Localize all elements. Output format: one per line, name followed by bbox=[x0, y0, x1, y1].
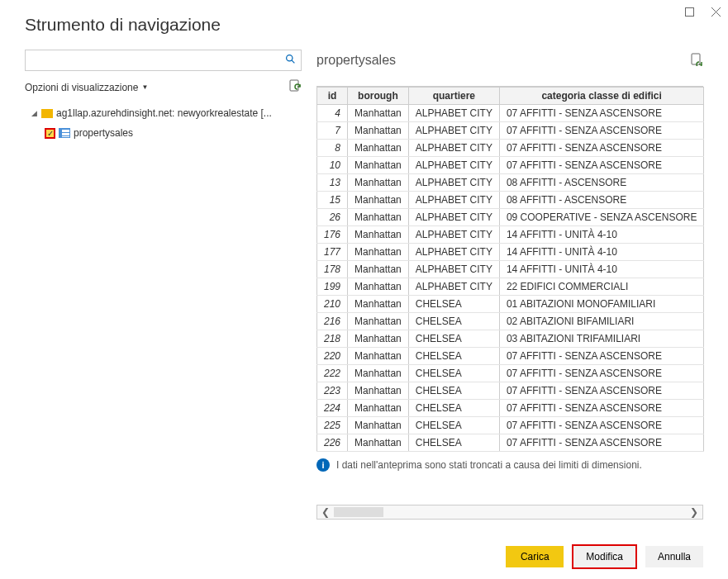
table-row[interactable]: 210ManhattanCHELSEA01 ABITAZIONI MONOFAM… bbox=[317, 296, 704, 313]
svg-line-2 bbox=[292, 60, 294, 63]
search-icon[interactable] bbox=[280, 54, 301, 67]
table-cell: 14 AFFITTI - UNITÀ 4-10 bbox=[499, 244, 704, 261]
table-row[interactable]: 220ManhattanCHELSEA07 AFFITTI - SENZA AS… bbox=[317, 348, 704, 365]
table-cell: Manhattan bbox=[348, 140, 409, 157]
table-cell: Manhattan bbox=[348, 244, 409, 261]
scrollbar-thumb[interactable] bbox=[334, 507, 383, 517]
table-cell: CHELSEA bbox=[408, 417, 499, 434]
display-options-link[interactable]: Opzioni di visualizzazione ▼ bbox=[25, 82, 148, 93]
tree-root-item[interactable]: ◢ ag1llap.azurehdinsight.net: newyorkrea… bbox=[25, 103, 302, 123]
scroll-left-icon[interactable]: ❮ bbox=[317, 506, 334, 518]
table-row[interactable]: 178ManhattanALPHABET CITY14 AFFITTI - UN… bbox=[317, 261, 704, 278]
table-cell: Manhattan bbox=[348, 192, 409, 209]
load-button[interactable]: Carica bbox=[506, 546, 564, 567]
svg-rect-4 bbox=[692, 54, 700, 64]
svg-point-1 bbox=[287, 55, 293, 61]
table-cell: Manhattan bbox=[348, 278, 409, 296]
column-header[interactable]: categoria classe di edifici bbox=[499, 88, 704, 105]
table-row[interactable]: 222ManhattanCHELSEA07 AFFITTI - SENZA AS… bbox=[317, 365, 704, 382]
table-cell: 14 AFFITTI - UNITÀ 4-10 bbox=[499, 261, 704, 278]
table-row[interactable]: 15ManhattanALPHABET CITY08 AFFITTI - ASC… bbox=[317, 192, 704, 209]
table-row[interactable]: 4ManhattanALPHABET CITY07 AFFITTI - SENZ… bbox=[317, 105, 704, 122]
table-cell: ALPHABET CITY bbox=[408, 140, 499, 157]
table-row[interactable]: 7ManhattanALPHABET CITY07 AFFITTI - SENZ… bbox=[317, 122, 704, 140]
table-cell: Manhattan bbox=[348, 348, 409, 365]
table-cell: CHELSEA bbox=[408, 348, 499, 365]
edit-button[interactable]: Modifica bbox=[573, 546, 635, 567]
table-cell: 26 bbox=[317, 209, 348, 226]
truncate-message: I dati nell'anteprima sono stati troncat… bbox=[336, 459, 642, 471]
table-cell: CHELSEA bbox=[408, 400, 499, 417]
table-cell: ALPHABET CITY bbox=[408, 261, 499, 278]
table-cell: 199 bbox=[317, 278, 348, 296]
preview-options-icon[interactable] bbox=[690, 53, 703, 69]
table-cell: 07 AFFITTI - SENZA ASCENSORE bbox=[499, 348, 704, 365]
table-cell: 8 bbox=[317, 140, 348, 157]
caret-down-icon: ◢ bbox=[30, 109, 38, 117]
cancel-button[interactable]: Annulla bbox=[645, 546, 703, 567]
table-cell: CHELSEA bbox=[408, 382, 499, 400]
table-cell: Manhattan bbox=[348, 261, 409, 278]
table-row[interactable]: 176ManhattanALPHABET CITY14 AFFITTI - UN… bbox=[317, 226, 704, 244]
refresh-icon[interactable] bbox=[288, 79, 302, 95]
search-input[interactable] bbox=[26, 55, 280, 66]
table-cell: 07 AFFITTI - SENZA ASCENSORE bbox=[499, 105, 704, 122]
table-cell: Manhattan bbox=[348, 296, 409, 313]
table-cell: 13 bbox=[317, 174, 348, 192]
table-cell: CHELSEA bbox=[408, 313, 499, 330]
table-cell: 02 ABITAZIONI BIFAMILIARI bbox=[499, 313, 704, 330]
table-cell: 15 bbox=[317, 192, 348, 209]
column-header[interactable]: borough bbox=[348, 88, 409, 105]
table-cell: Manhattan bbox=[348, 434, 409, 452]
table-cell: 08 AFFITTI - ASCENSORE bbox=[499, 192, 704, 209]
table-cell: 03 ABITAZIONI TRIFAMILIARI bbox=[499, 330, 704, 348]
table-row[interactable]: 177ManhattanALPHABET CITY14 AFFITTI - UN… bbox=[317, 244, 704, 261]
table-cell: 07 AFFITTI - SENZA ASCENSORE bbox=[499, 365, 704, 382]
table-cell: 218 bbox=[317, 330, 348, 348]
table-row[interactable]: 199ManhattanALPHABET CITY22 EDIFICI COMM… bbox=[317, 278, 704, 296]
table-row[interactable]: 216ManhattanCHELSEA02 ABITAZIONI BIFAMIL… bbox=[317, 313, 704, 330]
table-cell: Manhattan bbox=[348, 417, 409, 434]
table-cell: ALPHABET CITY bbox=[408, 105, 499, 122]
table-row[interactable]: 226ManhattanCHELSEA07 AFFITTI - SENZA AS… bbox=[317, 434, 704, 452]
checkbox-checked-icon[interactable]: ✓ bbox=[45, 128, 55, 139]
table-cell: 177 bbox=[317, 244, 348, 261]
maximize-button[interactable] bbox=[683, 6, 695, 17]
preview-title: propertysales bbox=[316, 53, 396, 68]
close-button[interactable] bbox=[710, 6, 721, 17]
table-cell: Manhattan bbox=[348, 365, 409, 382]
table-cell: ALPHABET CITY bbox=[408, 244, 499, 261]
table-row[interactable]: 13ManhattanALPHABET CITY08 AFFITTI - ASC… bbox=[317, 174, 704, 192]
table-row[interactable]: 10ManhattanALPHABET CITY07 AFFITTI - SEN… bbox=[317, 157, 704, 174]
scroll-right-icon[interactable]: ❯ bbox=[686, 506, 702, 518]
column-header[interactable]: quartiere bbox=[408, 88, 499, 105]
table-row[interactable]: 225ManhattanCHELSEA07 AFFITTI - SENZA AS… bbox=[317, 417, 704, 434]
table-cell: ALPHABET CITY bbox=[408, 157, 499, 174]
table-cell: ALPHABET CITY bbox=[408, 174, 499, 192]
table-cell: ALPHABET CITY bbox=[408, 209, 499, 226]
search-box[interactable] bbox=[25, 50, 302, 71]
table-cell: Manhattan bbox=[348, 400, 409, 417]
table-cell: 210 bbox=[317, 296, 348, 313]
table-row[interactable]: 218ManhattanCHELSEA03 ABITAZIONI TRIFAMI… bbox=[317, 330, 704, 348]
table-cell: Manhattan bbox=[348, 313, 409, 330]
table-cell: 07 AFFITTI - SENZA ASCENSORE bbox=[499, 400, 704, 417]
table-cell: 220 bbox=[317, 348, 348, 365]
table-row[interactable]: 224ManhattanCHELSEA07 AFFITTI - SENZA AS… bbox=[317, 400, 704, 417]
column-header[interactable]: id bbox=[317, 88, 348, 105]
info-icon: i bbox=[316, 458, 330, 472]
table-row[interactable]: 26ManhattanALPHABET CITY09 COOPERATIVE -… bbox=[317, 209, 704, 226]
table-cell: Manhattan bbox=[348, 122, 409, 140]
table-row[interactable]: 8ManhattanALPHABET CITY07 AFFITTI - SENZ… bbox=[317, 140, 704, 157]
table-cell: Manhattan bbox=[348, 330, 409, 348]
tree-item-label: propertysales bbox=[74, 127, 133, 139]
preview-panel: propertysales idboroughquartierecategori… bbox=[316, 50, 703, 534]
table-icon bbox=[59, 128, 70, 138]
display-options-label: Opzioni di visualizzazione bbox=[25, 82, 138, 93]
table-row[interactable]: 223ManhattanCHELSEA07 AFFITTI - SENZA AS… bbox=[317, 382, 704, 400]
scrollbar-track[interactable] bbox=[334, 505, 686, 519]
tree-item-propertysales[interactable]: ✓ propertysales bbox=[25, 123, 302, 143]
horizontal-scrollbar[interactable]: ❮ ❯ bbox=[316, 505, 703, 520]
table-cell: 09 COOPERATIVE - SENZA ASCENSORE bbox=[499, 209, 704, 226]
table-cell: Manhattan bbox=[348, 174, 409, 192]
